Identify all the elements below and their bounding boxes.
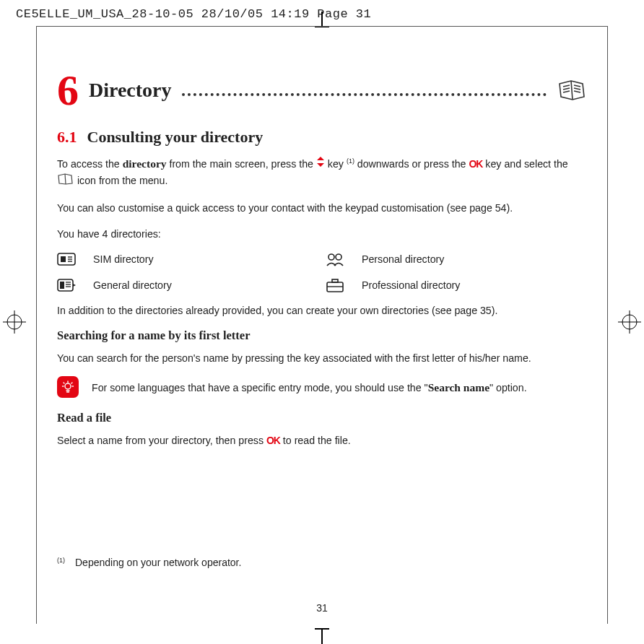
svg-marker-20	[73, 284, 76, 287]
create-directories-paragraph: In addition to the directories already p…	[57, 303, 587, 318]
registration-mark-left	[3, 310, 26, 334]
svg-point-24	[65, 383, 71, 389]
ok-key-icon: OK	[469, 158, 482, 170]
tip-row: For some languages that have a specific …	[57, 376, 587, 398]
footnote-marker: (1)	[57, 557, 65, 568]
svg-marker-7	[317, 163, 324, 167]
professional-directory-icon	[326, 278, 344, 292]
page-frame: 6 Directory 6.1Consulting your directory…	[36, 26, 608, 624]
search-heading: Searching for a name by its first letter	[57, 328, 587, 343]
page-number: 31	[37, 602, 607, 614]
ok-key-icon-2: OK	[266, 435, 280, 446]
bold-search-name: Search name	[428, 381, 489, 393]
directories-intro: You have 4 directories:	[57, 226, 587, 242]
personal-directory-icon	[326, 252, 344, 266]
svg-line-27	[71, 383, 72, 383]
tip-text: For some languages that have a specific …	[92, 379, 527, 396]
chapter-title: Directory	[89, 79, 172, 102]
footnote-ref: (1)	[347, 157, 354, 165]
footnote: (1) Depending on your network operator.	[57, 557, 587, 568]
svg-marker-6	[317, 157, 324, 160]
sim-directory-label: SIM directory	[93, 253, 318, 265]
print-header: CE5ELLE_UM_USA_28-10-05 28/10/05 14:19 P…	[16, 7, 371, 21]
dot-leader	[182, 93, 547, 96]
svg-rect-16	[60, 282, 64, 289]
crop-mark-bottom-v	[321, 630, 323, 644]
read-file-paragraph: Select a name from your directory, then …	[57, 432, 587, 449]
svg-rect-22	[332, 279, 338, 282]
chapter-header: 6 Directory	[57, 69, 587, 112]
svg-point-13	[328, 254, 334, 260]
general-directory-icon	[57, 278, 76, 292]
section-heading: Consulting your directory	[87, 128, 264, 146]
tip-lightbulb-icon	[57, 376, 79, 398]
section-title: 6.1Consulting your directory	[57, 128, 587, 147]
nav-key-icon	[316, 156, 325, 172]
professional-directory-label: Professional directory	[362, 279, 587, 291]
directory-book-icon	[557, 79, 587, 101]
customise-paragraph: You can also customise a quick access to…	[57, 200, 587, 216]
crop-mark-top-v	[321, 12, 323, 26]
svg-line-26	[64, 383, 64, 383]
intro-paragraph: To access the directory from the main sc…	[57, 155, 587, 190]
bold-directory: directory	[123, 157, 167, 170]
section-number: 6.1	[57, 128, 77, 146]
chapter-number: 6	[57, 69, 79, 112]
registration-mark-right	[618, 310, 641, 334]
search-paragraph: You can search for the person's name by …	[57, 350, 587, 366]
footnote-text: Depending on your network operator.	[75, 557, 241, 568]
menu-book-icon	[57, 173, 74, 189]
svg-point-14	[336, 254, 341, 260]
directories-grid: SIM directory Personal directory General…	[57, 252, 587, 292]
personal-directory-label: Personal directory	[362, 253, 587, 265]
crop-mark-bottom-h	[315, 628, 329, 630]
sim-directory-icon	[57, 252, 76, 266]
general-directory-label: General directory	[93, 279, 318, 291]
svg-rect-9	[61, 256, 66, 262]
read-file-heading: Read a file	[57, 411, 587, 425]
svg-rect-8	[58, 253, 75, 265]
